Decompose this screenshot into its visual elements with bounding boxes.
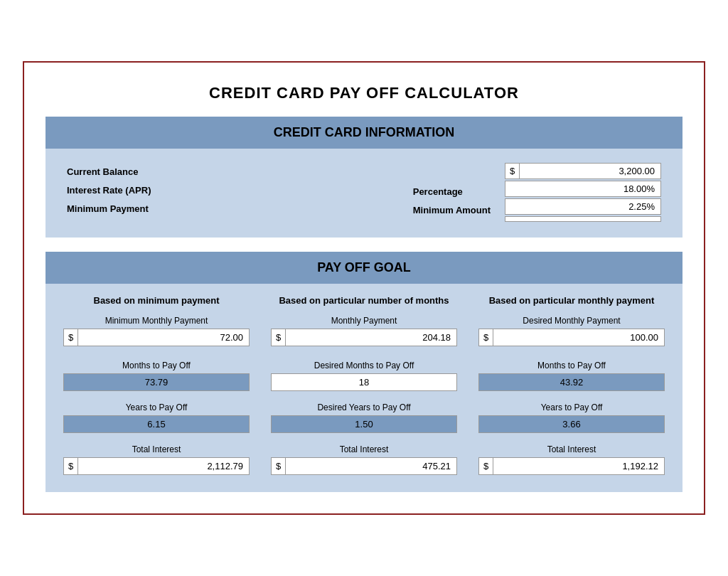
calculator-wrapper: CREDIT CARD PAY OFF CALCULATOR CREDIT CA…: [23, 61, 705, 515]
balance-currency: $: [505, 164, 520, 178]
col3-field1-input: $ 100.00: [478, 329, 665, 346]
col1-header: Based on minimum payment: [63, 294, 250, 307]
col2-field4-value: 475.21: [286, 458, 456, 474]
col2-field4-symbol: $: [272, 458, 286, 474]
col2-field3-value: 1.50: [271, 415, 457, 433]
col3-field3-label: Years to Pay Off: [478, 402, 665, 412]
col1-field4-input: $ 2,112.79: [63, 457, 250, 475]
payoff-section: Based on minimum payment Minimum Monthly…: [46, 284, 682, 492]
col3-field1-symbol: $: [479, 329, 493, 346]
col3-field4-label: Total Interest: [478, 444, 665, 454]
col2-field4-input: $ 475.21: [271, 457, 457, 475]
col3-field1-label: Desired Monthly Payment: [478, 316, 665, 326]
col1-field4-symbol: $: [64, 458, 78, 474]
col1-field3-value: 6.15: [63, 415, 250, 433]
col1-field3-label: Years to Pay Off: [63, 402, 250, 412]
col3-field2-label: Months to Pay Off: [478, 361, 665, 370]
percentage-value: 2.25%: [505, 198, 661, 215]
main-title: CREDIT CARD PAY OFF CALCULATOR: [46, 77, 682, 117]
col2-field1-symbol: $: [272, 329, 286, 346]
col3-field1-value: 100.00: [493, 329, 664, 346]
col2-field3-label: Desired Years to Pay Off: [271, 402, 457, 412]
credit-info-section: Current Balance Interest Rate (APR) Mini…: [46, 149, 682, 238]
col2-field4-label: Total Interest: [271, 444, 457, 454]
col2-field2-value: 18: [271, 373, 457, 391]
payoff-col-3: Based on particular monthly payment Desi…: [468, 294, 675, 478]
payoff-col-2: Based on particular number of months Mon…: [260, 294, 468, 478]
col1-field2-label: Months to Pay Off: [63, 361, 250, 370]
payoff-columns: Based on minimum payment Minimum Monthly…: [46, 284, 682, 492]
col2-field1-label: Monthly Payment: [271, 316, 457, 326]
col1-field2-value: 73.79: [63, 373, 250, 391]
balance-value-cell: $ 3,200.00: [505, 163, 661, 179]
credit-info-header: CREDIT CARD INFORMATION: [46, 117, 682, 149]
min-payment-label: Minimum Payment: [67, 200, 399, 218]
interest-rate-value: 18.00%: [505, 181, 661, 197]
balance-amount: 3,200.00: [520, 164, 660, 178]
col2-field1-value: 204.18: [286, 329, 456, 346]
col3-header: Based on particular monthly payment: [478, 294, 665, 307]
col3-field4-symbol: $: [479, 458, 493, 474]
col2-field2-label: Desired Months to Pay Off: [271, 361, 457, 370]
credit-info-grid: Current Balance Interest Rate (APR) Mini…: [67, 163, 661, 223]
col3-field4-input: $ 1,192.12: [478, 457, 665, 475]
col1-field1-value: 72.00: [78, 329, 249, 346]
col2-header: Based on particular number of months: [271, 294, 457, 307]
percentage-label: Percentage: [413, 183, 491, 201]
payoff-goal-header: PAY OFF GOAL: [46, 252, 682, 284]
credit-info-labels: Current Balance Interest Rate (APR) Mini…: [67, 163, 399, 218]
col1-field1-input: $ 72.00: [63, 329, 250, 346]
interest-label: Interest Rate (APR): [67, 181, 399, 200]
credit-info-middle: Percentage Minimum Amount: [413, 163, 491, 220]
col1-field1-symbol: $: [64, 329, 78, 346]
col1-field4-value: 2,112.79: [78, 458, 249, 474]
payoff-col-1: Based on minimum payment Minimum Monthly…: [53, 294, 260, 478]
balance-label: Current Balance: [67, 163, 399, 181]
credit-info-values: $ 3,200.00 18.00% 2.25%: [505, 163, 661, 223]
col3-field3-value: 3.66: [478, 415, 665, 433]
min-amount-value: [505, 216, 661, 222]
col3-field2-value: 43.92: [478, 373, 665, 391]
col3-field4-value: 1,192.12: [493, 458, 664, 474]
col1-field1-label: Minimum Monthly Payment: [63, 316, 250, 326]
min-amount-label: Minimum Amount: [413, 201, 491, 220]
col1-field4-label: Total Interest: [63, 444, 250, 454]
col2-field1-input: $ 204.18: [271, 329, 457, 346]
